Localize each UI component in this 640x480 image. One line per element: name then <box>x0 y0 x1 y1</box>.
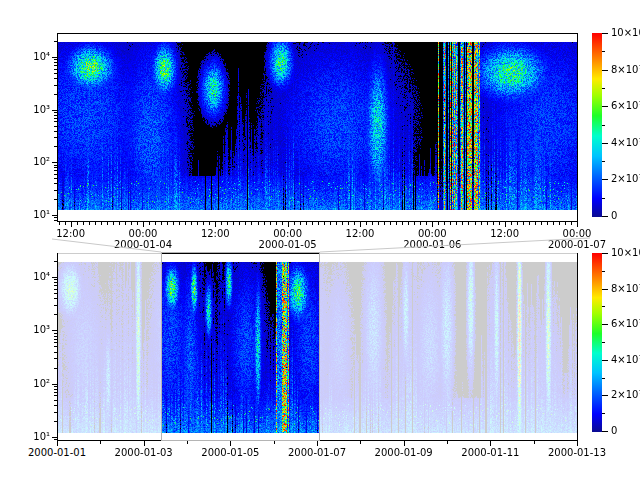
detail-spectrogram-canvas[interactable] <box>58 42 577 210</box>
x-major-tick <box>317 441 318 446</box>
x-tick-label: 12:00 <box>201 228 230 239</box>
x-minor-tick <box>481 222 482 225</box>
y-tick-label: 10³ <box>10 324 50 336</box>
x-minor-tick <box>475 222 476 225</box>
x-minor-tick <box>565 222 566 225</box>
x-minor-tick <box>396 222 397 225</box>
x-tick-label: 00:00 <box>418 228 447 239</box>
x-minor-tick <box>456 222 457 225</box>
y-minor-tick <box>54 389 57 390</box>
colorbar-tick-label: 0 <box>611 425 617 437</box>
y-minor-tick <box>54 333 57 334</box>
colorbar-major-tick <box>602 70 608 71</box>
colorbar-major-tick <box>602 431 608 432</box>
colorbar-tick-label: 6×10⁷ <box>611 318 640 330</box>
y-minor-tick <box>54 282 57 283</box>
y-minor-tick <box>54 69 57 70</box>
y-major-tick <box>52 277 57 278</box>
x-minor-tick <box>378 222 379 225</box>
y-minor-tick <box>54 342 57 343</box>
colorbar-major-tick <box>602 289 608 290</box>
x-minor-tick <box>227 222 228 225</box>
y-minor-tick <box>54 386 57 387</box>
y-minor-tick <box>54 285 57 286</box>
colorbar-tick-label: 6×10⁷ <box>611 100 640 112</box>
x-minor-tick <box>535 222 536 225</box>
x-minor-tick <box>402 222 403 225</box>
x-minor-tick <box>59 222 60 225</box>
colorbar-tick-label: 0 <box>611 210 617 222</box>
x-minor-tick <box>233 222 234 225</box>
y-minor-tick <box>54 314 57 315</box>
y-minor-tick <box>54 126 57 127</box>
time-selection-region[interactable] <box>161 252 320 441</box>
x-minor-tick <box>426 222 427 225</box>
x-minor-tick <box>450 222 451 225</box>
x-minor-tick <box>173 222 174 225</box>
colorbar-major-tick <box>602 106 608 107</box>
x-minor-tick <box>89 222 90 225</box>
y-minor-tick <box>54 41 57 42</box>
x-minor-tick <box>523 222 524 225</box>
y-tick-label: 10⁴ <box>10 271 50 283</box>
y-tick-label: 10³ <box>10 104 50 116</box>
x-major-tick <box>404 441 405 446</box>
colorbar-minor-tick <box>602 125 605 126</box>
colorbar-minor-tick <box>602 51 605 52</box>
x-minor-tick <box>125 222 126 225</box>
x-minor-tick <box>161 222 162 225</box>
y-minor-tick <box>54 400 57 401</box>
x-minor-tick <box>239 222 240 225</box>
y-minor-tick <box>54 289 57 290</box>
y-minor-tick <box>54 59 57 60</box>
x-tick-label: 12:00 <box>490 228 519 239</box>
x-major-tick <box>144 441 145 446</box>
colorbar-tick-label: 2×10⁷ <box>611 389 640 401</box>
colorbar-major-tick <box>602 143 608 144</box>
x-minor-tick <box>529 222 530 225</box>
colorbar-tick-label: 8×10⁷ <box>611 64 640 76</box>
x-minor-tick <box>408 222 409 225</box>
y-minor-tick <box>54 94 57 95</box>
x-minor-tick <box>167 222 168 225</box>
y-major-tick <box>52 330 57 331</box>
y-minor-tick <box>54 261 57 262</box>
x-tick-label: 00:00 <box>129 228 158 239</box>
x-minor-tick <box>444 222 445 225</box>
x-major-tick <box>230 441 231 446</box>
y-minor-tick <box>54 217 57 218</box>
y-minor-tick <box>54 73 57 74</box>
colorbar-tick-label: 2×10⁷ <box>611 173 640 185</box>
x-minor-tick <box>258 222 259 225</box>
x-minor-tick <box>197 222 198 225</box>
y-tick-label: 10⁴ <box>10 51 50 63</box>
y-minor-tick <box>54 78 57 79</box>
x-major-tick <box>577 222 578 227</box>
x-minor-tick <box>462 222 463 225</box>
y-minor-tick <box>54 346 57 347</box>
y-minor-tick <box>54 368 57 369</box>
y-minor-tick <box>54 137 57 138</box>
y-minor-tick <box>54 167 57 168</box>
x-major-tick <box>288 222 289 227</box>
y-minor-tick <box>54 165 57 166</box>
colorbar-minor-tick <box>602 413 605 414</box>
x-tick-label: 2000-01-13 <box>548 447 606 458</box>
y-major-tick <box>52 215 57 216</box>
x-minor-tick <box>131 222 132 225</box>
colorbar-major-tick <box>602 395 608 396</box>
x-tick-label: 2000-01-11 <box>461 447 519 458</box>
x-tick-date-label: 2000-01-07 <box>548 239 606 250</box>
colorbar-minor-tick <box>602 342 605 343</box>
x-minor-tick <box>318 222 319 225</box>
colorbar-minor-tick <box>602 271 605 272</box>
y-minor-tick <box>54 339 57 340</box>
y-minor-tick <box>54 293 57 294</box>
colorbar-minor-tick <box>602 161 605 162</box>
x-major-tick <box>71 222 72 227</box>
y-minor-tick <box>54 336 57 337</box>
x-tick-date-label: 2000-01-04 <box>114 239 172 250</box>
colorbar-minor-tick <box>602 88 605 89</box>
x-major-tick <box>215 222 216 227</box>
y-minor-tick <box>54 298 57 299</box>
